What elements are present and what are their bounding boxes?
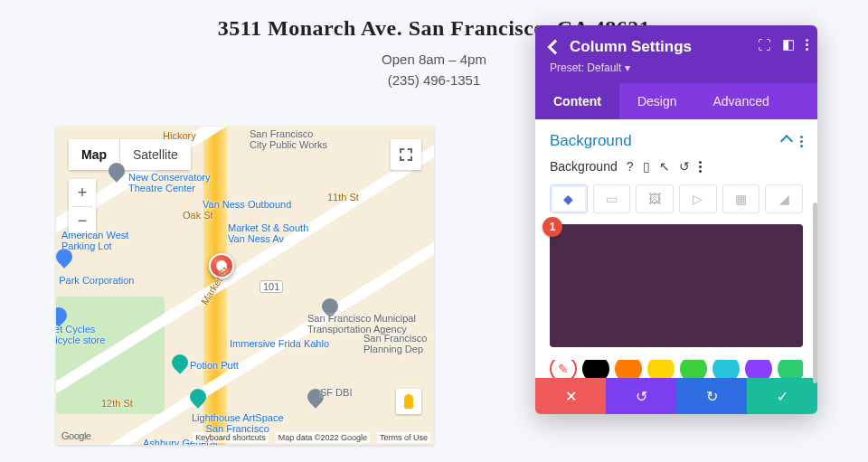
undo-button[interactable]: ↺ xyxy=(606,378,676,414)
palette-swatch[interactable] xyxy=(582,360,609,378)
fullscreen-icon xyxy=(400,148,412,161)
panel-header[interactable]: Column Settings Preset: Default ▾ ⛶ ◧ xyxy=(535,25,817,83)
tab-design[interactable]: Design xyxy=(619,83,695,119)
preset-label: Preset: Default xyxy=(550,61,621,74)
bg-tab-color[interactable]: ◆ xyxy=(550,184,588,213)
hover-icon[interactable]: ↖ xyxy=(659,159,670,174)
reset-icon[interactable]: ↺ xyxy=(679,159,690,174)
bg-tab-pattern[interactable]: ▦ xyxy=(722,184,760,213)
caret-down-icon: ▾ xyxy=(625,61,630,74)
back-arrow-icon[interactable] xyxy=(548,40,563,55)
panel-footer: ✕ ↺ ↻ ✓ xyxy=(535,378,817,414)
google-logo: Google xyxy=(61,430,90,441)
tab-content[interactable]: Content xyxy=(535,83,619,119)
preset-selector[interactable]: Preset: Default ▾ xyxy=(550,61,803,74)
kebab-icon[interactable] xyxy=(806,39,808,51)
palette-swatch[interactable] xyxy=(712,360,740,378)
palette-swatch[interactable] xyxy=(615,360,642,378)
map-type-satellite-button[interactable]: Satellite xyxy=(120,139,191,170)
save-button[interactable]: ✓ xyxy=(747,378,817,414)
palette-swatch[interactable] xyxy=(778,360,803,378)
section-header-background[interactable]: Background xyxy=(550,132,803,150)
map-keyboard-shortcuts-link[interactable]: Keyboard shortcuts xyxy=(193,432,269,443)
map-label: SF DBI xyxy=(320,387,352,398)
palette-swatch[interactable] xyxy=(745,360,772,378)
map-data-label: Map data ©2022 Google xyxy=(276,432,370,443)
poi-icon[interactable] xyxy=(304,385,326,408)
callout-bubble: 1 xyxy=(542,217,562,237)
bg-tab-mask[interactable]: ◢ xyxy=(765,184,803,213)
color-palette: ✎ xyxy=(550,360,803,378)
background-control-row: Background ? ▯ ↖ ↺ xyxy=(550,159,803,174)
background-label: Background xyxy=(550,159,618,174)
zoom-in-button[interactable]: + xyxy=(69,179,96,206)
bg-kebab-icon[interactable] xyxy=(699,161,702,173)
poi-icon[interactable] xyxy=(168,351,191,373)
pegman-button[interactable] xyxy=(396,389,421,414)
map-container[interactable]: Map Satellite + − Hickory San Francisco … xyxy=(56,127,434,445)
map-footer: Keyboard shortcuts Map data ©2022 Google… xyxy=(193,432,430,443)
chevron-up-icon[interactable] xyxy=(780,135,793,147)
background-type-tabs: ◆ ▭ 🖼 ▷ ▦ ◢ xyxy=(550,184,803,213)
palette-swatch[interactable] xyxy=(647,360,675,378)
map-label: San Francisco City Public Works xyxy=(250,128,327,150)
map-label: 101 xyxy=(259,280,283,293)
color-swatch[interactable] xyxy=(550,224,803,347)
responsive-icon[interactable]: ▯ xyxy=(643,159,650,174)
zoom-out-button[interactable]: − xyxy=(69,207,96,234)
map-marker[interactable] xyxy=(209,253,234,278)
map-label: Star Park Corporation xyxy=(56,275,134,286)
column-settings-panel[interactable]: Column Settings Preset: Default ▾ ⛶ ◧ Co… xyxy=(535,25,817,414)
map-terms-link[interactable]: Terms of Use xyxy=(377,432,430,443)
color-preview[interactable]: 1 xyxy=(550,224,803,347)
map-canvas[interactable]: Map Satellite + − Hickory San Francisco … xyxy=(56,127,434,445)
poi-icon[interactable] xyxy=(56,245,76,268)
tab-advanced[interactable]: Advanced xyxy=(694,83,787,119)
help-icon[interactable]: ? xyxy=(627,159,634,174)
color-picker-button[interactable]: ✎ xyxy=(550,360,577,378)
bg-tab-image[interactable]: 🖼 xyxy=(636,184,674,213)
bg-tab-gradient[interactable]: ▭ xyxy=(593,184,631,213)
panel-title: Column Settings xyxy=(570,38,692,56)
panel-tabs: Content Design Advanced xyxy=(535,83,817,119)
map-label: San Francisco Planning Dep xyxy=(363,333,427,354)
map-zoom-control: + − xyxy=(69,179,96,234)
cancel-button[interactable]: ✕ xyxy=(535,378,606,414)
section-title: Background xyxy=(550,132,632,150)
pegman-icon xyxy=(404,394,413,409)
dock-icon[interactable]: ◧ xyxy=(782,36,795,52)
scrollbar[interactable] xyxy=(813,203,817,383)
section-kebab-icon[interactable] xyxy=(800,136,803,147)
redo-button[interactable]: ↻ xyxy=(676,378,747,414)
bg-tab-video[interactable]: ▷ xyxy=(679,184,717,213)
map-type-control: Map Satellite xyxy=(69,139,191,170)
panel-body: Background Background ? ▯ ↖ ↺ ◆ ▭ 🖼 ▷ ▦ … xyxy=(535,119,817,378)
expand-icon[interactable]: ⛶ xyxy=(758,37,771,52)
palette-swatch[interactable] xyxy=(680,360,707,378)
map-fullscreen-button[interactable] xyxy=(391,139,421,170)
